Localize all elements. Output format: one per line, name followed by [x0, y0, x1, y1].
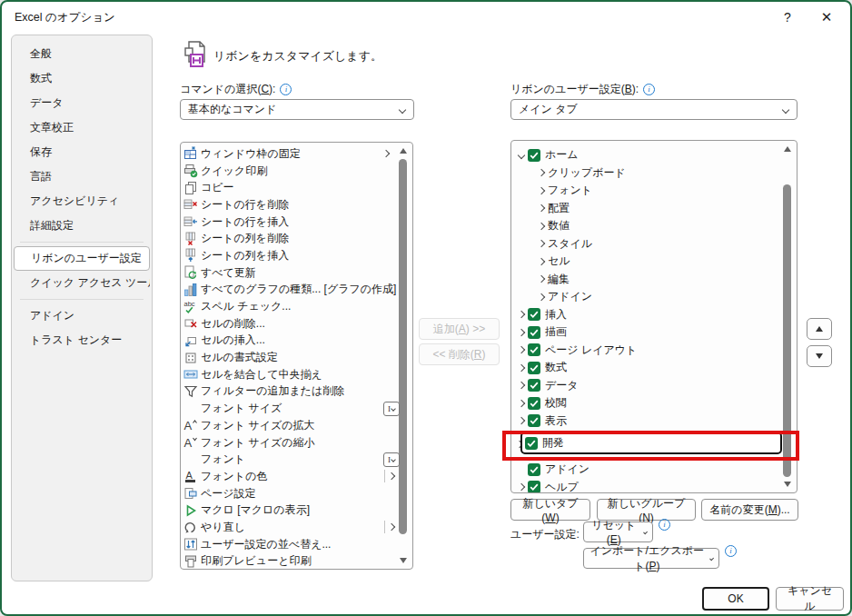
scroll-down-icon[interactable] — [400, 558, 407, 563]
chevron-collapsed-icon[interactable] — [538, 204, 545, 212]
checked-checkbox[interactable] — [528, 362, 540, 374]
close-button[interactable]: ✕ — [815, 6, 838, 28]
chevron-expanded-icon[interactable] — [518, 152, 525, 159]
command-item[interactable]: マクロ [マクロの表示] — [183, 502, 412, 519]
command-item[interactable]: Aフォント サイズの拡大 — [183, 417, 412, 434]
tree-tab-item[interactable]: ヘルプ — [511, 479, 797, 494]
command-item[interactable]: シートの行を削除 — [183, 196, 412, 214]
checked-checkbox[interactable] — [528, 149, 540, 162]
chevron-collapsed-icon[interactable] — [518, 329, 525, 336]
tree-tab-item[interactable]: 描画 — [511, 323, 797, 342]
tree-group-item[interactable]: 編集 — [511, 271, 797, 289]
move-down-button[interactable] — [807, 345, 832, 367]
tree-group-item[interactable]: クリップボード — [511, 164, 797, 183]
command-item[interactable]: クイック印刷 — [183, 163, 412, 180]
command-item[interactable]: セルの書式設定 — [183, 349, 412, 366]
tree-tab-item[interactable]: データ — [511, 377, 797, 395]
checked-checkbox[interactable] — [528, 343, 540, 356]
sidebar-item[interactable]: データ — [14, 91, 150, 115]
chevron-collapsed-icon[interactable] — [518, 417, 525, 424]
sidebar-item[interactable]: 数式 — [14, 66, 150, 91]
checked-checkbox[interactable] — [528, 414, 540, 427]
combo-indicator[interactable]: I — [383, 452, 400, 467]
command-item[interactable]: セルの削除... — [183, 315, 412, 333]
command-item[interactable]: Aフォント サイズの縮小 — [183, 434, 412, 452]
command-item[interactable]: コピー — [183, 179, 412, 196]
checked-checkbox[interactable] — [528, 463, 540, 476]
tree-tab-item[interactable]: 校閲 — [511, 394, 797, 412]
scrollbar-thumb[interactable] — [399, 159, 407, 534]
tree-tab-item[interactable]: 表示 — [511, 412, 797, 431]
tree-group-item[interactable]: 数値 — [511, 217, 797, 235]
command-item[interactable]: すべてのグラフの種類... [グラフの作成] — [183, 282, 412, 299]
sidebar-item[interactable]: リボンのユーザー設定 — [14, 246, 150, 271]
sidebar-item[interactable]: 言語 — [14, 164, 150, 189]
command-item[interactable]: セルの挿入... — [183, 333, 412, 350]
tree-group-item[interactable]: フォント — [511, 182, 797, 200]
command-item[interactable]: ウィンドウ枠の固定 — [183, 145, 412, 163]
help-button[interactable]: ? — [776, 6, 799, 28]
info-icon[interactable] — [280, 84, 292, 95]
sidebar-item[interactable]: アドイン — [14, 303, 150, 328]
tree-tab-item[interactable]: 挿入 — [511, 306, 797, 324]
command-item[interactable]: 印刷プレビューと印刷 — [183, 553, 412, 571]
sidebar-item[interactable]: 全般 — [14, 42, 150, 66]
checked-checkbox[interactable] — [528, 326, 540, 339]
checked-checkbox[interactable] — [528, 481, 540, 493]
remove-button[interactable]: << 削除(R) — [419, 343, 500, 365]
rename-button[interactable]: 名前の変更(M)... — [701, 499, 798, 521]
tree-tab-item[interactable]: 数式 — [511, 359, 797, 377]
command-item[interactable]: abcスペル チェック... — [183, 298, 412, 315]
tree-group-item[interactable]: スタイル — [511, 235, 797, 253]
reset-button[interactable]: リセット(E) — [583, 522, 653, 542]
command-item[interactable]: ページ設定 — [183, 485, 412, 502]
chevron-collapsed-icon[interactable] — [538, 223, 545, 230]
command-item[interactable]: Aフォントの色 — [183, 468, 412, 485]
command-item[interactable]: セルを結合して中央揃え — [183, 366, 412, 383]
sidebar-item[interactable]: トラスト センター — [14, 328, 150, 353]
chevron-collapsed-icon[interactable] — [538, 275, 545, 283]
sidebar-item[interactable]: 詳細設定 — [14, 214, 150, 238]
tree-group-item[interactable]: セル — [511, 253, 797, 271]
cancel-button[interactable]: キャンセル — [776, 587, 844, 611]
new-tab-button[interactable]: 新しいタブ(W) — [510, 499, 590, 521]
command-item[interactable]: フォントI — [183, 451, 412, 468]
checked-checkbox[interactable] — [528, 397, 540, 410]
chevron-collapsed-icon[interactable] — [538, 169, 545, 176]
info-icon[interactable] — [725, 545, 737, 557]
scroll-down-icon[interactable] — [784, 482, 791, 487]
chevron-collapsed-icon[interactable] — [518, 400, 525, 407]
sidebar-item[interactable]: クイック アクセス ツール バー — [14, 271, 150, 295]
sidebar-item[interactable]: 文章校正 — [14, 115, 150, 140]
command-item[interactable]: すべて更新 — [183, 264, 412, 282]
tree-group-item[interactable]: 配置 — [511, 200, 797, 218]
import-export-button[interactable]: インポート/エクスポート(P) — [583, 548, 719, 569]
add-button[interactable]: 追加(A) >> — [419, 318, 500, 340]
sidebar-item[interactable]: アクセシビリティ — [14, 189, 150, 214]
chevron-collapsed-icon[interactable] — [538, 258, 545, 265]
chevron-collapsed-icon[interactable] — [538, 240, 545, 247]
checked-checkbox[interactable] — [528, 308, 540, 321]
chevron-collapsed-icon[interactable] — [538, 293, 545, 301]
command-item[interactable]: シートの列を削除 — [183, 230, 412, 247]
tree-tab-item[interactable]: ページ レイアウト — [511, 342, 797, 360]
command-item[interactable]: やり直し — [183, 519, 412, 536]
info-icon[interactable] — [643, 84, 655, 95]
tree-group-item[interactable]: アドイン — [511, 288, 797, 306]
command-list-scrollbar[interactable] — [397, 144, 411, 567]
scroll-up-icon[interactable] — [400, 148, 407, 154]
chevron-collapsed-icon[interactable] — [518, 364, 525, 372]
ok-button[interactable]: OK — [702, 587, 769, 611]
command-item[interactable]: ユーザー設定の並べ替え... — [183, 536, 412, 553]
info-icon[interactable] — [659, 519, 670, 531]
customize-ribbon-dropdown[interactable]: メイン タブ — [510, 99, 798, 120]
chevron-collapsed-icon[interactable] — [518, 311, 525, 318]
command-item[interactable]: シートの行を挿入 — [183, 214, 412, 231]
command-item[interactable]: フィルターの追加または削除 — [183, 383, 412, 401]
scroll-up-icon[interactable] — [784, 146, 791, 152]
command-list[interactable]: ウィンドウ枠の固定クイック印刷コピーシートの行を削除シートの行を挿入シートの列を… — [180, 142, 413, 570]
chevron-collapsed-icon[interactable] — [518, 382, 525, 389]
chevron-collapsed-icon[interactable] — [538, 187, 545, 194]
tree-tab-item[interactable]: アドイン — [511, 461, 797, 479]
choose-commands-dropdown[interactable]: 基本的なコマンド — [180, 99, 414, 120]
